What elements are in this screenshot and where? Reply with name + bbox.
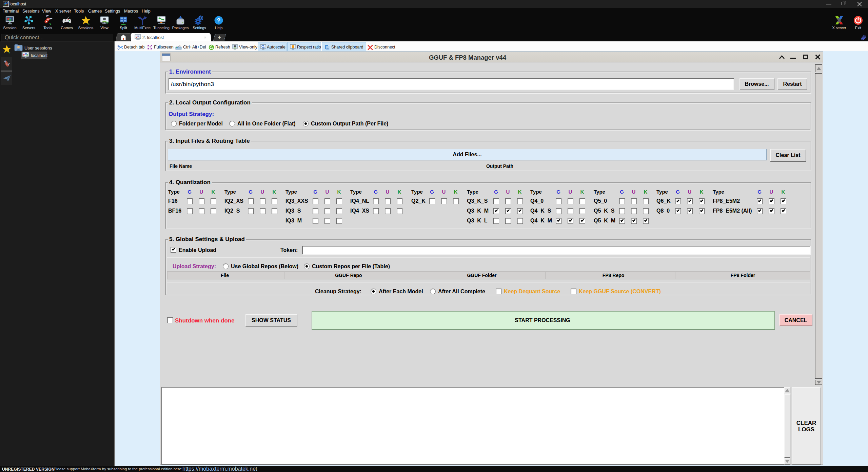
svg-text:v: v	[23, 53, 25, 56]
svg-text:?: ?	[217, 17, 220, 24]
svg-text:c: c	[26, 53, 28, 57]
svg-text:c: c	[139, 36, 140, 39]
